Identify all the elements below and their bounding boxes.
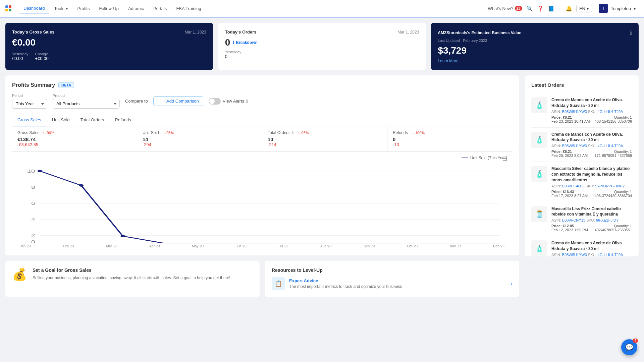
order-id-1: 408-1541156-8850706 <box>595 119 632 123</box>
order-item-5: 🧴 Crema de Manos con Aceite de Oliva. Hi… <box>531 236 632 256</box>
nav-dashboard[interactable]: Dashboard <box>19 4 49 13</box>
product-select[interactable]: All Products <box>53 99 120 109</box>
legend-label: Unit Sold (This Year) <box>470 156 507 160</box>
resource-arrow-icon: › <box>511 281 513 287</box>
user-chevron: ▾ <box>634 6 636 11</box>
svg-point-13 <box>120 235 125 237</box>
gross-sales-yesterday: Yesterday €0.00 <box>12 52 29 61</box>
tab-total-orders[interactable]: Total Orders <box>75 114 110 126</box>
sku-link-1[interactable]: 4G-HHL4-TJ9A <box>598 110 623 114</box>
resource-text: Expert Advice The most important metrics… <box>289 278 402 289</box>
breakdown-link[interactable]: ℹ Breakdown <box>233 40 258 45</box>
svg-point-11 <box>38 170 42 172</box>
chart-menu-icon[interactable]: ☰ <box>502 156 507 162</box>
nav-fba[interactable]: FBA Training <box>172 4 205 13</box>
top-cards-row: Today's Gross Sales Mar 1, 2023 €0.00 Ye… <box>5 23 639 70</box>
nav-adtomic[interactable]: Adtomic <box>124 4 148 13</box>
biz-subtitle: Last Updated - February 2023 <box>438 39 632 43</box>
app-logo[interactable] <box>5 5 11 11</box>
lang-chevron: ▾ <box>587 6 589 11</box>
search-icon[interactable]: 🔍 <box>526 5 533 12</box>
facebook-icon[interactable]: 📘 <box>548 5 554 12</box>
tab-refunds[interactable]: Refunds <box>109 114 136 126</box>
resource-expert-advice[interactable]: 📋 Expert Advice The most important metri… <box>272 277 513 290</box>
order-qty-3: Quantity: 1 <box>614 190 632 194</box>
orders-number: 0 <box>225 37 230 48</box>
order-date-2: Feb 20, 2023 8:02 AM <box>551 154 588 158</box>
order-details-4: Mascarilla Liss Frizz Control cabello re… <box>551 206 632 232</box>
svg-text:2: 2 <box>31 233 35 238</box>
orders-card: Today's Orders Mar 1, 2023 0 ℹ Breakdown… <box>218 23 426 70</box>
asin-link-3[interactable]: B08VFC4LBL <box>562 184 585 188</box>
period-select[interactable]: This Year This Month Last Year <box>12 99 47 109</box>
asin-link-4[interactable]: B08VFCNY13 <box>562 218 585 222</box>
goal-content: Set a Goal for Gross Sales Selling your … <box>33 267 230 281</box>
chart-svg: 10 8 6 4 2 0 <box>17 163 507 243</box>
add-comparison-button[interactable]: + + Add Comparison <box>153 96 203 106</box>
metrics-values-row: Gross Sales ↓ -96% €138.74 -€3,642.85 Un… <box>12 126 513 152</box>
nav-divider <box>560 5 560 12</box>
product-label: Product <box>53 94 120 98</box>
gross-sales-change: Change +€0.00 <box>35 52 49 61</box>
view-alerts-toggle[interactable] <box>209 98 221 105</box>
main-content: Today's Gross Sales Mar 1, 2023 €0.00 Ye… <box>0 17 644 302</box>
whats-new-button[interactable]: What's New? 23 <box>488 6 522 11</box>
plus-icon: + <box>158 99 160 104</box>
gross-sales-meta: Yesterday €0.00 Change +€0.00 <box>12 52 206 61</box>
nav-profits[interactable]: Profits <box>73 4 94 13</box>
total-orders-info: ℹ <box>292 130 294 135</box>
whats-new-badge: 23 <box>515 6 522 11</box>
orders-date: Mar 1, 2023 <box>397 30 419 35</box>
view-alerts-toggle-row: View Alerts ℹ <box>209 98 248 105</box>
gross-sales-date: Mar 1, 2023 <box>185 30 206 35</box>
svg-text:6: 6 <box>31 201 35 205</box>
profits-summary-title: Profits Summary <box>12 82 55 88</box>
tab-unit-sold[interactable]: Unit Sold <box>47 114 75 126</box>
order-product-image-2: 🧴 <box>531 132 547 148</box>
metric-refunds: Refunds ↓ -100% 0 -13 <box>387 126 513 151</box>
metric-total-orders: Total Orders ℹ ↓ -96% 10 -214 <box>262 126 387 151</box>
svg-text:8: 8 <box>31 185 35 189</box>
biz-title: AMZStoredeals's Estimated Business Value <box>438 31 521 35</box>
order-details-1: Crema de Manos con Aceite de Oliva. Hidr… <box>551 97 632 123</box>
profits-summary-card: Profits Summary BETA Period This Year Th… <box>5 75 519 255</box>
asin-link-1[interactable]: B08W5H1YW3 <box>562 110 587 114</box>
tab-gross-sales[interactable]: Gross Sales <box>12 114 47 126</box>
biz-info-icon[interactable]: ℹ <box>630 29 632 36</box>
nav-right: What's New? 23 🔍 ❓ 📘 🔔 EN ▾ T Templeton … <box>488 2 639 14</box>
learn-more-link[interactable]: Learn More <box>438 59 632 63</box>
business-value-card: AMZStoredeals's Estimated Business Value… <box>431 23 639 70</box>
orders-yesterday: Yesterday 0 <box>225 50 419 59</box>
order-item-4: 🫙 Mascarilla Liss Frizz Control cabello … <box>531 202 632 237</box>
user-menu[interactable]: T Templeton ▾ <box>596 2 639 14</box>
asin-link-2[interactable]: B08W5H1YW3 <box>562 144 587 148</box>
product-filter: Product All Products <box>53 94 120 109</box>
asin-link-5[interactable]: B08W5H1YW3 <box>562 253 587 256</box>
language-selector[interactable]: EN ▾ <box>576 5 592 12</box>
latest-orders-title: Latest Orders <box>531 82 632 88</box>
sku-link-2[interactable]: 4G-HHL4-TJ9A <box>598 144 623 148</box>
nav-followup[interactable]: Follow-Up <box>95 4 123 13</box>
left-column: Profits Summary BETA Period This Year Th… <box>5 75 519 297</box>
orders-count-row: 0 ℹ Breakdown <box>225 37 419 48</box>
nav-portals[interactable]: Portals <box>149 4 171 13</box>
sku-link-4[interactable]: 66-XE1I-3IDY <box>596 218 619 222</box>
resources-title: Resources to Level-Up <box>272 267 513 273</box>
chart-container: Unit Sold (This Year) ☰ 10 8 6 4 2 <box>12 152 513 249</box>
svg-point-12 <box>79 184 84 187</box>
sku-link-3[interactable]: 5Y-NURPF-HNH2 <box>595 184 625 188</box>
metric-gross-sales: Gross Sales ↓ -96% €138.74 -€3,642.85 <box>12 126 137 151</box>
nav-tools[interactable]: Tools ▾ <box>50 4 72 13</box>
lang-label: EN <box>579 6 585 11</box>
resource-name: Expert Advice <box>289 278 402 283</box>
sku-link-5[interactable]: 4G-HHL4-TJ9A <box>598 253 623 256</box>
legend-line-icon <box>462 158 468 158</box>
metric-unit-sold: Unit Sold ↓ -95% 14 -294 <box>137 126 262 151</box>
order-price-3: Price: €16.43 <box>551 190 574 194</box>
bell-icon[interactable]: 🔔 <box>566 5 572 12</box>
order-id-4: 402-4678097-2659551 <box>595 228 632 232</box>
order-item-3: 🧴 Mascarilla Silver cabello blanco y pla… <box>531 162 632 202</box>
metrics-tabs: Gross Sales Unit Sold Total Orders Refun… <box>12 114 513 126</box>
order-date-1: Feb 23, 2023 10:41 AM <box>551 119 590 123</box>
help-icon[interactable]: ❓ <box>537 5 544 12</box>
